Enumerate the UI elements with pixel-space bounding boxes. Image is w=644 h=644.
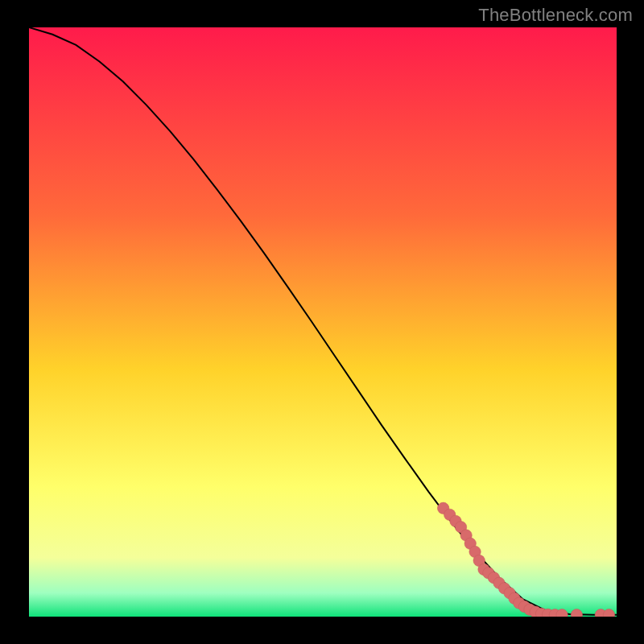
plot-svg — [29, 27, 617, 617]
chart-canvas: TheBottleneck.com — [0, 0, 644, 644]
gradient-background — [29, 27, 617, 617]
plot-area — [29, 27, 617, 617]
attribution-text: TheBottleneck.com — [478, 5, 633, 26]
